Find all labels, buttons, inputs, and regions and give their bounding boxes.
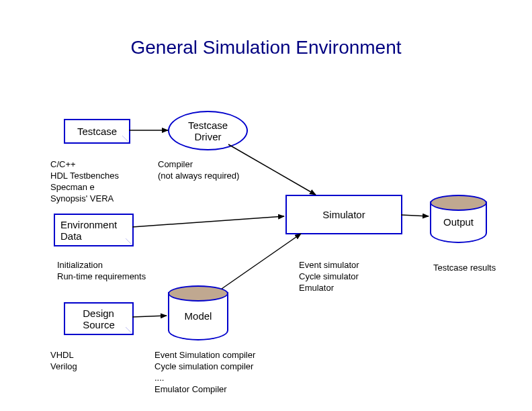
output-node: Output: [430, 195, 487, 242]
simulator-types-label: Event simulator Cycle simulator Emulator: [299, 260, 359, 294]
environment-data-label: Environment Data: [55, 219, 132, 242]
simulator-node: Simulator: [285, 195, 402, 234]
model-compilers-label: Event Simulation compiler Cycle simulati…: [154, 350, 255, 396]
compiler-label: Compiler (not always required): [158, 159, 239, 182]
design-source-langs-label: VHDL Verilog: [50, 350, 77, 373]
testcase-label: Testcase: [77, 126, 117, 137]
output-desc-label: Testcase results: [433, 263, 496, 274]
testcase-driver-label: Testcase Driver: [188, 120, 228, 142]
testcase-driver-node: Testcase Driver: [168, 111, 248, 150]
svg-line-2: [132, 216, 284, 227]
env-data-desc-label: Initialization Run-time requirements: [57, 260, 146, 283]
model-node: Model: [168, 285, 228, 339]
model-label: Model: [185, 310, 212, 322]
environment-data-node: Environment Data: [54, 214, 134, 246]
svg-line-1: [228, 144, 316, 195]
simulator-label: Simulator: [322, 209, 365, 220]
svg-line-3: [401, 215, 429, 216]
design-source-label: Design Source: [83, 308, 115, 330]
svg-line-5: [222, 234, 301, 289]
testcase-langs-label: C/C++ HDL Testbenches Specman e Synopsis…: [50, 159, 119, 205]
design-source-node: Design Source: [64, 302, 134, 335]
svg-line-4: [132, 316, 167, 317]
output-label: Output: [443, 216, 474, 228]
testcase-node: Testcase: [64, 119, 130, 144]
page-title: General Simulation Environment: [0, 37, 532, 58]
